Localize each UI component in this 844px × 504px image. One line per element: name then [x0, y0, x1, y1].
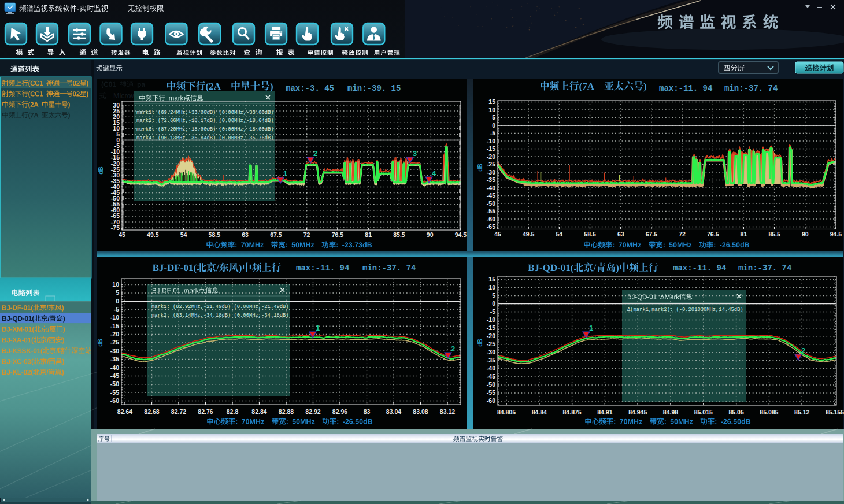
- svg-text:-35: -35: [487, 176, 495, 183]
- svg-text:0: 0: [492, 122, 495, 129]
- svg-text:-45: -45: [110, 372, 119, 379]
- svg-text:82.92: 82.92: [305, 408, 320, 415]
- svg-text:-45: -45: [487, 192, 495, 199]
- svg-text:-40: -40: [110, 364, 119, 371]
- svg-text:82.8: 82.8: [227, 408, 239, 415]
- svg-text:max:-11. 94: max:-11. 94: [659, 84, 712, 93]
- svg-text:90: 90: [802, 231, 809, 238]
- svg-text:84.91: 84.91: [597, 409, 612, 416]
- svg-text:10: 10: [112, 281, 119, 288]
- svg-text:58.5: 58.5: [209, 231, 221, 238]
- svg-text:90: 90: [427, 231, 434, 238]
- svg-text:dB: dB: [477, 164, 483, 171]
- svg-text:54: 54: [556, 231, 563, 238]
- svg-text:-5: -5: [490, 129, 495, 136]
- svg-text:-60: -60: [487, 397, 495, 404]
- svg-text:82.84: 82.84: [251, 408, 266, 415]
- svg-text:5: 5: [492, 292, 495, 299]
- svg-text:-10: -10: [487, 138, 495, 144]
- svg-text:76.5: 76.5: [707, 231, 719, 238]
- svg-text:63: 63: [617, 231, 624, 238]
- svg-text:82.72: 82.72: [171, 408, 186, 415]
- svg-text:10: 10: [488, 284, 495, 291]
- svg-text:-25: -25: [487, 161, 495, 168]
- svg-text:54: 54: [180, 231, 187, 238]
- svg-text:5: 5: [116, 289, 119, 296]
- svg-text:0: 0: [492, 300, 495, 307]
- svg-text:83.12: 83.12: [440, 408, 455, 415]
- svg-text:-30: -30: [487, 349, 495, 355]
- svg-text:-55: -55: [487, 389, 495, 396]
- svg-text:1: 1: [589, 324, 593, 332]
- svg-text:-20: -20: [110, 331, 119, 338]
- svg-text:dB: dB: [97, 339, 103, 346]
- svg-text:0: 0: [116, 298, 119, 305]
- svg-text:4: 4: [432, 169, 436, 177]
- svg-text:-35: -35: [110, 355, 119, 362]
- svg-text:85.12: 85.12: [794, 409, 809, 416]
- svg-text:72: 72: [679, 231, 686, 238]
- svg-text:-5: -5: [114, 306, 119, 313]
- svg-text:-55: -55: [110, 389, 119, 396]
- svg-text:85.155: 85.155: [826, 409, 844, 416]
- svg-text:49.5: 49.5: [523, 231, 535, 238]
- svg-text:82.64: 82.64: [117, 408, 132, 415]
- svg-text:84.875: 84.875: [563, 409, 582, 416]
- svg-text:-15: -15: [487, 145, 495, 152]
- svg-text:mark1: (69.24MHz,-33.00dB) (0: mark1: (69.24MHz,-33.00dB) (0.00MHz,-33.…: [136, 110, 274, 116]
- svg-text:3: 3: [413, 149, 417, 158]
- svg-text:67.5: 67.5: [270, 231, 282, 238]
- svg-text:83.08: 83.08: [413, 408, 428, 415]
- svg-text:-55: -55: [487, 207, 495, 214]
- svg-text:83.04: 83.04: [386, 408, 401, 415]
- svg-text:81: 81: [741, 231, 747, 238]
- svg-text:min:-37. 74: min:-37. 74: [724, 84, 778, 93]
- svg-text:84.945: 84.945: [628, 409, 647, 416]
- svg-text:94.5: 94.5: [830, 231, 842, 238]
- svg-text:mark2: (83.14MHz,-34.18dB) (0: mark2: (83.14MHz,-34.18dB) (0.00MHz,-34.…: [151, 313, 289, 318]
- svg-text:72: 72: [303, 231, 310, 238]
- svg-text:83: 83: [364, 408, 371, 415]
- svg-text:min:-37. 74: min:-37. 74: [362, 264, 416, 273]
- svg-text:-40: -40: [487, 184, 495, 191]
- svg-text:-30: -30: [110, 347, 119, 354]
- svg-text:mark2: (72.66MHz,-18.17dB) (0: mark2: (72.66MHz,-18.17dB) (0.00MHz,-18.…: [136, 118, 274, 124]
- svg-text:-65: -65: [487, 223, 495, 230]
- svg-text:max:-11. 94: max:-11. 94: [296, 264, 349, 273]
- svg-text:-30: -30: [487, 169, 495, 176]
- svg-text:mark1: (82.92MHz,-21.49dB) (0: mark1: (82.92MHz,-21.49dB) (0.00MHz,-21.…: [151, 304, 289, 310]
- svg-text:-15: -15: [487, 324, 495, 331]
- svg-text:76.5: 76.5: [332, 231, 344, 238]
- svg-text:94.5: 94.5: [455, 231, 467, 238]
- svg-text:2: 2: [313, 149, 317, 158]
- svg-text:-25: -25: [487, 340, 495, 347]
- svg-text:-50: -50: [487, 381, 495, 388]
- svg-text:-20: -20: [487, 332, 495, 339]
- svg-text:82.96: 82.96: [332, 408, 347, 415]
- svg-text:mark3: (87.20MHz,-18.00dB) (0: mark3: (87.20MHz,-18.00dB) (0.00MHz,-18.…: [136, 127, 274, 132]
- svg-text:-20: -20: [487, 153, 495, 160]
- svg-text:85.05: 85.05: [728, 409, 743, 416]
- svg-text:-60: -60: [487, 216, 495, 223]
- svg-text:45: 45: [494, 231, 501, 238]
- svg-text:2: 2: [801, 346, 805, 355]
- svg-text:-45: -45: [487, 373, 495, 380]
- svg-text:10: 10: [488, 106, 495, 113]
- svg-text:-35: -35: [487, 357, 495, 364]
- svg-text:85.085: 85.085: [760, 409, 778, 416]
- svg-text:84.84: 84.84: [532, 409, 547, 416]
- svg-text:5: 5: [492, 114, 495, 121]
- svg-text:-75: -75: [111, 224, 120, 231]
- svg-text:-40: -40: [487, 365, 495, 372]
- svg-text:84.98: 84.98: [663, 409, 678, 416]
- svg-text:-25: -25: [110, 339, 119, 346]
- svg-text:max:-3. 45: max:-3. 45: [286, 84, 334, 93]
- svg-text:82.68: 82.68: [144, 408, 159, 415]
- svg-text:85.5: 85.5: [393, 231, 405, 238]
- svg-text:49.5: 49.5: [147, 231, 159, 238]
- svg-text:max:-11. 94: max:-11. 94: [673, 264, 726, 273]
- svg-text:min:-39. 15: min:-39. 15: [347, 84, 401, 93]
- svg-text:82.76: 82.76: [198, 408, 213, 415]
- svg-text:1: 1: [283, 169, 287, 178]
- svg-text:dB: dB: [98, 166, 104, 174]
